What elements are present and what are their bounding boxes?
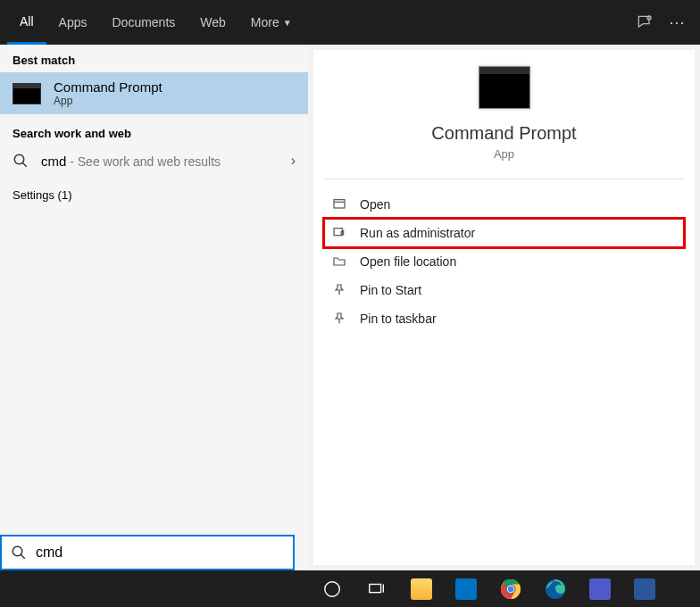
web-search-result[interactable]: cmd - See work and web results ›	[0, 146, 308, 176]
taskbar-task-view[interactable]	[357, 570, 396, 607]
folder-icon	[331, 254, 347, 269]
preview-app-icon	[479, 66, 530, 109]
search-section-label: Search work and web	[0, 114, 308, 146]
action-label: Pin to Start	[360, 283, 421, 297]
best-match-label: Best match	[0, 45, 308, 72]
taskbar-edge[interactable]	[536, 570, 575, 607]
tab-more-label: More	[251, 15, 279, 29]
search-icon	[12, 153, 29, 169]
admin-shield-icon	[331, 226, 347, 240]
action-pin-to-start[interactable]: Pin to Start	[313, 276, 695, 304]
action-label: Open file location	[360, 254, 456, 269]
tab-apps[interactable]: Apps	[46, 0, 100, 45]
pin-icon	[331, 312, 347, 326]
action-pin-to-taskbar[interactable]: Pin to taskbar	[313, 304, 695, 333]
action-label: Open	[360, 197, 390, 212]
search-box[interactable]	[0, 535, 295, 570]
taskbar	[0, 570, 700, 607]
svg-line-2	[22, 162, 27, 167]
search-input[interactable]	[36, 545, 284, 561]
taskbar-file-explorer[interactable]	[402, 570, 441, 607]
chevron-down-icon: ▼	[283, 18, 292, 28]
more-options-icon[interactable]: ⋯	[661, 12, 693, 32]
svg-point-6	[12, 546, 22, 556]
svg-rect-3	[334, 200, 345, 208]
action-open[interactable]: Open	[313, 190, 695, 219]
command-prompt-icon	[12, 83, 41, 104]
action-label: Run as administrator	[360, 226, 475, 240]
svg-line-7	[21, 554, 25, 559]
taskbar-teams[interactable]	[580, 570, 620, 607]
action-label: Pin to taskbar	[360, 312, 437, 326]
preview-panel: Command Prompt App Open Run as administr…	[308, 45, 700, 570]
divider	[324, 179, 684, 179]
svg-point-1	[14, 154, 24, 164]
tab-documents[interactable]: Documents	[99, 0, 188, 45]
search-icon	[11, 545, 27, 561]
result-subtitle: App	[54, 95, 162, 107]
action-open-file-location[interactable]: Open file location	[313, 247, 695, 276]
svg-point-8	[325, 581, 340, 596]
preview-title: Command Prompt	[313, 123, 695, 144]
chevron-right-icon: ›	[291, 153, 296, 169]
search-filter-tabs: All Apps Documents Web More ▼ ⋯	[0, 0, 700, 45]
tab-more[interactable]: More ▼	[238, 0, 304, 45]
preview-subtitle: App	[313, 147, 695, 161]
svg-point-15	[508, 586, 513, 591]
best-match-result[interactable]: Command Prompt App	[0, 72, 308, 114]
taskbar-cortana[interactable]	[312, 570, 352, 607]
svg-rect-9	[370, 584, 381, 592]
tab-web[interactable]: Web	[188, 0, 238, 45]
open-icon	[331, 197, 347, 212]
taskbar-chrome[interactable]	[491, 570, 530, 607]
taskbar-outlook[interactable]	[446, 570, 486, 607]
pin-icon	[331, 283, 347, 297]
taskbar-word[interactable]	[625, 570, 664, 607]
settings-section-label[interactable]: Settings (1)	[0, 176, 308, 214]
results-panel: Best match Command Prompt App Search wor…	[0, 45, 308, 570]
web-search-term: cmd - See work and web results	[41, 154, 221, 169]
feedback-icon[interactable]	[629, 13, 661, 31]
tab-all[interactable]: All	[7, 0, 46, 45]
action-run-as-administrator[interactable]: Run as administrator	[324, 219, 684, 247]
result-title: Command Prompt	[54, 79, 162, 95]
